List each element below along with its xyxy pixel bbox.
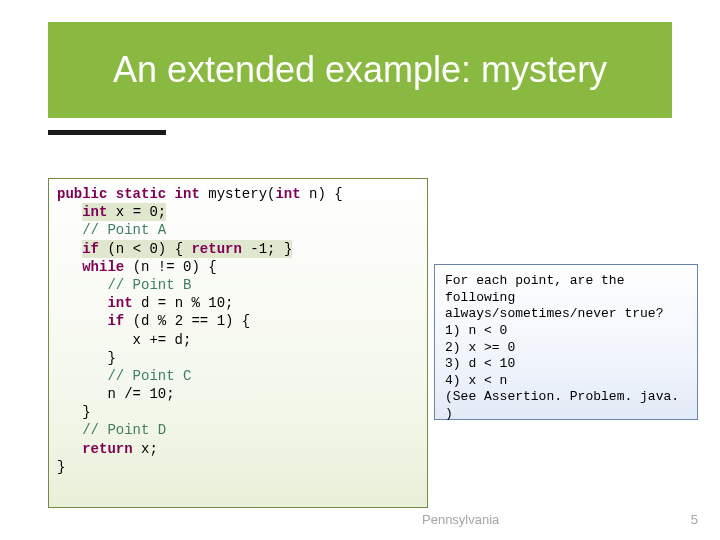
kw-if: if (82, 241, 99, 257)
q-item1: 1) n < 0 (445, 323, 507, 338)
title-band: An extended example: mystery (48, 22, 672, 118)
l8-pre (57, 313, 107, 329)
q-item4: 4) x < n (445, 373, 507, 388)
q-line3: always/sometimes/never true? (445, 306, 663, 321)
l7-pre (57, 295, 107, 311)
kw-public-static-int: public static int (57, 186, 208, 202)
comment-point-b: // Point B (57, 277, 191, 293)
l2-pre (57, 204, 82, 220)
slide: An extended example: mystery public stat… (0, 0, 720, 540)
l4-cond: (n < 0) { (99, 241, 191, 257)
kw-while: while (82, 259, 124, 275)
l16: } (57, 459, 65, 475)
footer-university: Pennsylvania (422, 512, 499, 527)
l15-rest: x; (133, 441, 158, 457)
kw-int-param: int (275, 186, 300, 202)
l2-rest: x = 0; (107, 204, 166, 220)
sig-post: n) { (301, 186, 343, 202)
l4-tail: -1; } (242, 241, 292, 257)
guard-if: if (n < 0) { return -1; } (82, 240, 292, 258)
l5-pre (57, 259, 82, 275)
kw-return-2: return (82, 441, 132, 457)
l10: } (57, 350, 116, 366)
kw-int-x: int (82, 204, 107, 220)
q-note: (See Assertion. Problem. java. ) (445, 389, 687, 421)
decl-x: int x = 0; (82, 203, 166, 221)
kw-return-1: return (191, 241, 241, 257)
q-line1: For each point, are the (445, 273, 624, 288)
l7-rest: d = n % 10; (133, 295, 234, 311)
l5-rest: (n != 0) { (124, 259, 216, 275)
q-item3: 3) d < 10 (445, 356, 515, 371)
q-item2: 2) x >= 0 (445, 340, 515, 355)
l8-rest: (d % 2 == 1) { (124, 313, 250, 329)
title-underline (48, 130, 166, 135)
comment-point-a: // Point A (57, 222, 166, 238)
question-box: For each point, are the following always… (434, 264, 698, 420)
page-number: 5 (691, 512, 698, 527)
kw-int-d: int (107, 295, 132, 311)
code-box: public static int mystery(int n) { int x… (48, 178, 428, 508)
kw-if-2: if (107, 313, 124, 329)
l4-pre (57, 241, 82, 257)
method-name: mystery( (208, 186, 275, 202)
comment-point-c: // Point C (57, 368, 191, 384)
comment-point-d: // Point D (57, 422, 166, 438)
l13: } (57, 404, 91, 420)
l15-pre (57, 441, 82, 457)
slide-title: An extended example: mystery (113, 49, 607, 91)
l9: x += d; (57, 332, 191, 348)
l12: n /= 10; (57, 386, 175, 402)
q-line2: following (445, 290, 515, 305)
